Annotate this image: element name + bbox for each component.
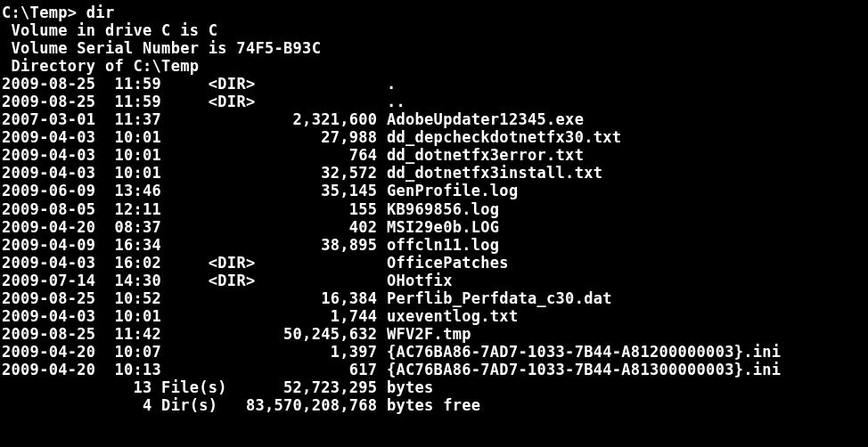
entry-size: 402 [190, 218, 387, 236]
entry-date: 2009-04-20 [2, 218, 114, 236]
entry-date: 2009-08-25 [2, 289, 114, 307]
file-bytes: 52,723,295 bytes [236, 378, 433, 396]
entry-time: 16:34 [114, 236, 189, 254]
entry-size: 16,384 [190, 289, 387, 307]
entry-name: .. [387, 93, 405, 110]
dir-entry: 2009-08-25 11:59 <DIR> . [2, 75, 866, 93]
entry-name: {AC76BA86-7AD7-1033-7B44-A81300000003}.i… [387, 361, 781, 378]
entry-date: 2009-08-25 [2, 75, 114, 93]
entry-time: 08:37 [114, 218, 189, 236]
entry-size: 50,245,632 [190, 325, 387, 343]
dir-entry: 2009-08-25 11:59 <DIR> .. [2, 93, 866, 110]
dir-entry: 2009-04-20 08:37 402 MSI29e0b.LOG [2, 218, 866, 236]
directory-of-line: Directory of C:\Temp [2, 57, 866, 75]
entry-name: WFV2F.tmp [387, 325, 471, 343]
dir-entry: 2009-08-25 11:42 50,245,632 WFV2F.tmp [2, 325, 866, 343]
entry-time: 11:59 [114, 93, 189, 110]
entry-time: 11:37 [114, 110, 189, 128]
entry-name: OHotfix [387, 272, 453, 289]
entry-time: 11:42 [114, 325, 189, 343]
entry-name: . [387, 75, 397, 93]
entry-name: dd_dotnetfx3install.txt [387, 164, 602, 182]
prompt-text: C:\Temp> dir [2, 4, 114, 21]
serial-line: Volume Serial Number is 74F5-B93C [2, 39, 866, 57]
entry-date: 2009-08-25 [2, 325, 114, 343]
entry-time: 10:13 [114, 361, 189, 378]
entry-date: 2009-08-05 [2, 200, 114, 218]
entry-name: dd_dotnetfx3error.txt [387, 146, 584, 164]
dir-entry: 2009-04-20 10:07 1,397 {AC76BA86-7AD7-10… [2, 343, 866, 361]
entry-date: 2009-07-14 [2, 272, 114, 289]
entry-date: 2009-04-03 [2, 164, 114, 182]
entry-name: KB969856.log [387, 200, 499, 218]
dir-entry: 2009-04-03 16:02 <DIR> OfficePatches [2, 254, 866, 272]
entry-size: 764 [190, 146, 387, 164]
entry-name: offcln11.log [387, 236, 499, 254]
entry-time: 16:02 [114, 254, 189, 272]
entry-size: 1,744 [190, 307, 387, 325]
entry-date: 2009-04-20 [2, 343, 114, 361]
dir-entry: 2009-04-03 10:01 27,988 dd_depcheckdotne… [2, 128, 866, 146]
terminal-output: C:\Temp> dir Volume in drive C is C Volu… [0, 0, 868, 414]
dir-entry: 2009-04-09 16:34 38,895 offcln11.log [2, 236, 866, 254]
summary-files: 13 File(s) 52,723,295 bytes [2, 378, 866, 396]
entry-time: 11:59 [114, 75, 189, 93]
file-count: 13 File(s) [2, 378, 236, 396]
entry-date: 2009-04-03 [2, 254, 114, 272]
entry-size: 1,397 [190, 343, 387, 361]
entry-date: 2009-04-03 [2, 128, 114, 146]
entry-size: 27,988 [190, 128, 387, 146]
entry-name: MSI29e0b.LOG [387, 218, 499, 236]
dir-tag: <DIR> [190, 272, 387, 289]
entry-name: Perflib_Perfdata_c30.dat [387, 289, 612, 307]
directory-of-text: Directory of C:\Temp [2, 57, 199, 75]
entry-date: 2009-04-20 [2, 361, 114, 378]
dir-entry: 2009-04-03 10:01 32,572 dd_dotnetfx3inst… [2, 164, 866, 182]
entry-name: OfficePatches [387, 254, 509, 272]
dir-entry: 2009-08-25 10:52 16,384 Perflib_Perfdata… [2, 289, 866, 307]
entry-size: 2,321,600 [190, 110, 387, 128]
volume-line: Volume in drive C is C [2, 21, 866, 39]
entry-time: 10:52 [114, 289, 189, 307]
entry-size: 32,572 [190, 164, 387, 182]
dir-entry: 2009-04-20 10:13 617 {AC76BA86-7AD7-1033… [2, 361, 866, 378]
entry-size: 155 [190, 200, 387, 218]
entry-date: 2009-04-03 [2, 307, 114, 325]
prompt-line: C:\Temp> dir [2, 4, 866, 21]
dir-tag: <DIR> [190, 93, 387, 110]
entry-date: 2009-04-09 [2, 236, 114, 254]
entry-time: 10:01 [114, 307, 189, 325]
entry-time: 14:30 [114, 272, 189, 289]
entry-name: {AC76BA86-7AD7-1033-7B44-A81200000003}.i… [387, 343, 781, 361]
dir-count: 4 Dir(s) [2, 396, 236, 414]
serial-text: Volume Serial Number is 74F5-B93C [2, 39, 321, 57]
dir-entry: 2009-04-03 10:01 1,744 uxeventlog.txt [2, 307, 866, 325]
entry-size: 35,145 [190, 182, 387, 199]
dir-entry: 2009-07-14 14:30 <DIR> OHotfix [2, 272, 866, 289]
entry-size: 617 [190, 361, 387, 378]
entry-time: 10:07 [114, 343, 189, 361]
entry-date: 2009-08-25 [2, 93, 114, 110]
entry-time: 12:11 [114, 200, 189, 218]
entry-time: 10:01 [114, 128, 189, 146]
entry-date: 2009-04-03 [2, 146, 114, 164]
dir-entry: 2009-06-09 13:46 35,145 GenProfile.log [2, 182, 866, 199]
dir-bytes: 83,570,208,768 bytes free [236, 396, 480, 414]
dir-entry: 2007-03-01 11:37 2,321,600 AdobeUpdater1… [2, 110, 866, 128]
entry-name: GenProfile.log [387, 182, 519, 199]
entry-name: dd_depcheckdotnetfx30.txt [387, 128, 621, 146]
entry-name: uxeventlog.txt [387, 307, 519, 325]
dir-tag: <DIR> [190, 75, 387, 93]
dir-tag: <DIR> [190, 254, 387, 272]
entry-name: AdobeUpdater12345.exe [387, 110, 584, 128]
entry-time: 10:01 [114, 164, 189, 182]
entry-time: 13:46 [114, 182, 189, 199]
summary-dirs: 4 Dir(s) 83,570,208,768 bytes free [2, 396, 866, 414]
entry-size: 38,895 [190, 236, 387, 254]
entry-time: 10:01 [114, 146, 189, 164]
dir-entry: 2009-08-05 12:11 155 KB969856.log [2, 200, 866, 218]
dir-entry: 2009-04-03 10:01 764 dd_dotnetfx3error.t… [2, 146, 866, 164]
volume-text: Volume in drive C is C [2, 21, 217, 39]
entry-date: 2009-06-09 [2, 182, 114, 199]
entry-date: 2007-03-01 [2, 110, 114, 128]
